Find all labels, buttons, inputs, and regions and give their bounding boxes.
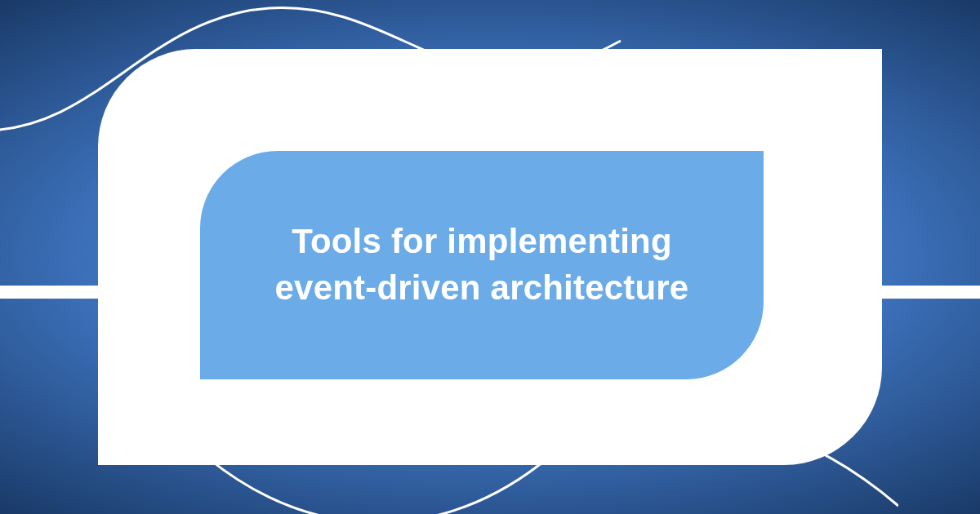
title-line-1: Tools for implementing <box>292 222 672 260</box>
outer-card: Tools for implementing event-driven arch… <box>98 49 882 465</box>
title-line-2: event-driven architecture <box>275 268 689 307</box>
banner-graphic: Tools for implementing event-driven arch… <box>0 0 980 514</box>
decorative-bar-left <box>0 286 98 299</box>
inner-card: Tools for implementing event-driven arch… <box>200 151 764 379</box>
banner-title: Tools for implementing event-driven arch… <box>275 219 689 311</box>
decorative-bar-right <box>882 286 980 299</box>
